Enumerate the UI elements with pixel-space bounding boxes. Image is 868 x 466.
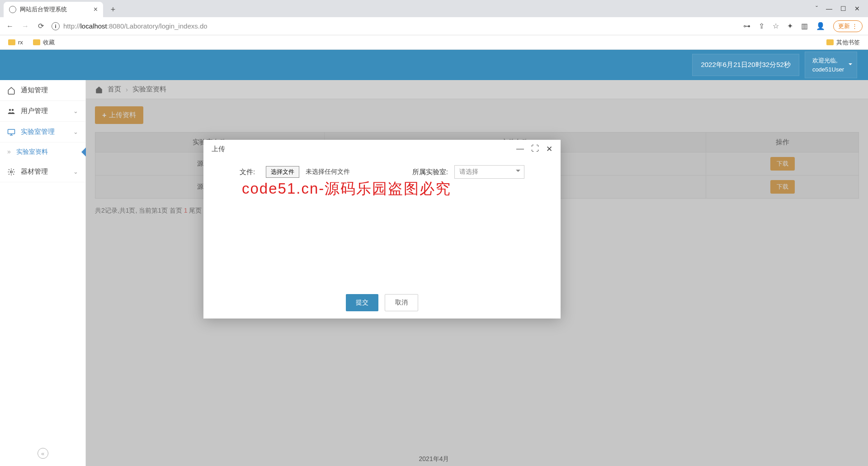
minimize-icon[interactable]: — (826, 5, 832, 12)
sidebar-item-equipment[interactable]: 器材管理 ⌄ (0, 162, 85, 182)
sidebar: 通知管理 用户管理 ⌄ 实验室管理 ⌄ 实验室资料 器材管理 ⌄ « (0, 80, 86, 466)
sidebar-subitem-lab-data[interactable]: 实验室资料 (0, 143, 85, 162)
close-window-icon[interactable]: ✕ (854, 5, 860, 12)
chevron-down-icon[interactable]: ˇ (816, 5, 818, 12)
url-input[interactable]: i http://localhost:8080/Laboratory/login… (52, 22, 737, 30)
users-icon (7, 107, 15, 115)
upload-modal: 上传 — ⛶ ✕ 文件: 选择文件 未选择任何文件 所属实验室: 请选择 提交 … (203, 140, 561, 319)
bookmarks-bar: rx 收藏 其他书签 (0, 35, 868, 50)
submit-button[interactable]: 提交 (346, 294, 378, 311)
watermark-text: code51.cn-源码乐园盗图必究 (242, 179, 451, 199)
caret-down-icon (849, 63, 852, 67)
datetime-display: 2022年6月21日20时32分52秒 (692, 54, 799, 76)
chevron-down-icon: ⌄ (73, 128, 78, 135)
user-menu[interactable]: 欢迎光临, code51User (805, 52, 857, 78)
maximize-modal-icon[interactable]: ⛶ (531, 144, 539, 154)
maximize-icon[interactable]: ☐ (840, 5, 846, 12)
minimize-modal-icon[interactable]: — (516, 144, 524, 154)
active-arrow-icon (77, 147, 86, 157)
svg-point-1 (12, 109, 14, 111)
folder-icon (826, 39, 834, 45)
update-button[interactable]: 更新⋮ (833, 20, 863, 32)
monitor-icon (7, 128, 15, 136)
browser-tab[interactable]: 网站后台管理系统 × (4, 2, 103, 17)
chevron-down-icon: ⌄ (73, 108, 78, 114)
lab-select-label: 所属实验室: (412, 168, 448, 176)
url-text: http://localhost:8080/Laboratory/login_i… (63, 22, 208, 30)
footer-text: 2021年4月 (419, 455, 449, 463)
cancel-button[interactable]: 取消 (385, 294, 418, 311)
chevron-down-icon: ⌄ (73, 168, 78, 175)
modal-title: 上传 (212, 145, 225, 153)
app-header: 2022年6月21日20时32分52秒 欢迎光临, code51User (0, 50, 868, 80)
close-tab-icon[interactable]: × (94, 5, 98, 14)
window-controls: ˇ — ☐ ✕ (816, 0, 868, 17)
home-icon (7, 86, 15, 95)
bookmark-item[interactable]: 收藏 (33, 38, 55, 47)
file-status-text: 未选择任何文件 (306, 168, 350, 176)
other-bookmarks[interactable]: 其他书签 (826, 38, 860, 47)
panel-icon[interactable]: ▥ (801, 22, 808, 30)
back-button[interactable]: ← (5, 22, 14, 31)
sidebar-item-users[interactable]: 用户管理 ⌄ (0, 101, 85, 122)
collapse-sidebar-button[interactable]: « (38, 448, 48, 459)
chevron-down-icon (516, 170, 520, 174)
svg-point-3 (10, 171, 13, 173)
share-icon[interactable]: ⇪ (759, 22, 764, 30)
address-bar: ← → ⟳ i http://localhost:8080/Laboratory… (0, 17, 868, 35)
folder-icon (8, 39, 15, 45)
modal-header: 上传 — ⛶ ✕ (203, 140, 561, 158)
sidebar-item-lab[interactable]: 实验室管理 ⌄ (0, 122, 85, 143)
extensions-icon[interactable]: ✦ (787, 22, 793, 30)
file-label: 文件: (240, 168, 259, 176)
sidebar-item-notice[interactable]: 通知管理 (0, 80, 85, 101)
tab-title: 网站后台管理系统 (20, 5, 67, 14)
profile-icon[interactable]: 👤 (816, 22, 825, 30)
lab-select[interactable]: 请选择 (454, 165, 524, 179)
browser-tab-bar: 网站后台管理系统 × + ˇ — ☐ ✕ (0, 0, 868, 17)
forward-button[interactable]: → (21, 22, 30, 31)
gear-icon (7, 168, 15, 176)
svg-rect-2 (8, 129, 15, 134)
password-key-icon[interactable]: ⊶ (743, 22, 750, 30)
close-modal-icon[interactable]: ✕ (546, 144, 552, 154)
site-info-icon[interactable]: i (52, 22, 60, 30)
new-tab-button[interactable]: + (107, 3, 119, 16)
star-icon[interactable]: ☆ (773, 22, 779, 30)
folder-icon (33, 39, 40, 45)
choose-file-button[interactable]: 选择文件 (266, 166, 299, 178)
svg-point-0 (9, 109, 11, 111)
bookmark-item[interactable]: rx (8, 39, 23, 46)
globe-icon (9, 6, 16, 13)
reload-button[interactable]: ⟳ (36, 22, 45, 31)
